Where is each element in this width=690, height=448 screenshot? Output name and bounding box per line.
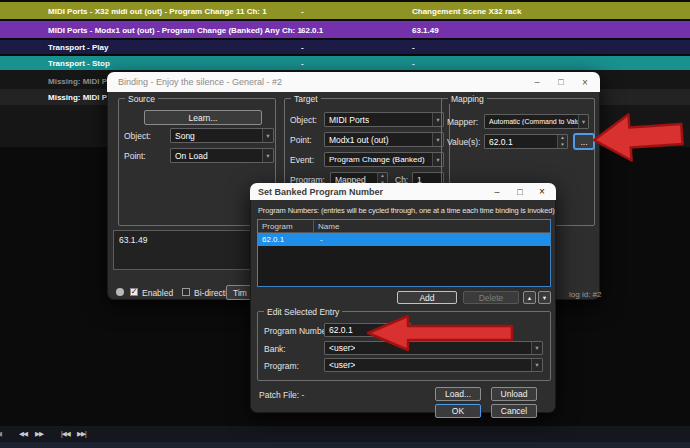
unload-button[interactable]: Unload bbox=[491, 387, 537, 401]
learn-button[interactable]: Learn... bbox=[144, 110, 262, 125]
binding-row-extra: - bbox=[412, 43, 415, 52]
state-radio[interactable] bbox=[116, 288, 124, 296]
load-button[interactable]: Load... bbox=[435, 387, 481, 401]
arrow-shape bbox=[368, 316, 512, 350]
program-number-label: Program Number: bbox=[264, 326, 332, 336]
target-group-label: Target bbox=[291, 94, 321, 104]
cell-program: 62.0.1 bbox=[262, 233, 284, 246]
partial-icon: ◀ bbox=[0, 430, 1, 438]
binding-row-scene-x32[interactable]: MIDI Ports - X32 midi out (out) - Progra… bbox=[0, 2, 690, 19]
skip-to-end-icon[interactable]: ▶▶| bbox=[77, 430, 86, 438]
minimize-icon[interactable]: – bbox=[488, 183, 506, 200]
binding-row-value: - bbox=[301, 59, 304, 68]
notes-text: 63.1.49 bbox=[119, 235, 147, 245]
binding-row-label: MIDI Ports - X32 midi out (out) - Progra… bbox=[48, 6, 267, 15]
status-strip bbox=[0, 442, 690, 448]
values-label: Value(s): bbox=[447, 137, 480, 147]
cell-name: - bbox=[320, 233, 323, 246]
spinner-icon[interactable]: ▲▼ bbox=[557, 135, 567, 148]
ok-button[interactable]: OK bbox=[435, 404, 481, 418]
source-point-value: On Load bbox=[175, 151, 208, 161]
column-header-name[interactable]: Name bbox=[318, 220, 339, 233]
banked-dialog-body: Program Numbers: (entries will be cycled… bbox=[250, 200, 556, 413]
column-divider bbox=[313, 220, 314, 233]
target-event-value: Program Change (Banked) bbox=[329, 155, 425, 164]
source-point-dropdown[interactable]: On Load ▼ bbox=[170, 148, 274, 163]
binding-dialog-titlebar[interactable]: Binding - Enjoy the silence - General - … bbox=[107, 72, 600, 92]
edit-program-label: Program: bbox=[264, 361, 299, 371]
skip-to-start-icon[interactable]: |◀◀ bbox=[61, 430, 70, 438]
chevron-down-icon[interactable]: ▼ bbox=[262, 149, 273, 162]
target-object-value: MIDI Ports bbox=[329, 115, 369, 125]
move-up-button[interactable]: ▲ bbox=[523, 291, 536, 304]
column-header-program[interactable]: Program bbox=[262, 220, 293, 233]
maximize-icon[interactable]: □ bbox=[552, 72, 570, 92]
close-icon[interactable]: × bbox=[533, 183, 551, 200]
binding-row-transport-stop[interactable]: Transport - Stop - - bbox=[0, 56, 690, 70]
bidirectional-checkbox[interactable] bbox=[182, 288, 190, 296]
patch-file-label: Patch File: - bbox=[259, 390, 304, 400]
fast-forward-icon[interactable]: ▶▶ bbox=[35, 430, 43, 438]
close-icon[interactable]: × bbox=[576, 72, 594, 92]
binding-row-label: Transport - Stop bbox=[48, 59, 110, 68]
mapping-group-label: Mapping bbox=[448, 94, 487, 104]
program-number-value: 62.0.1 bbox=[329, 325, 353, 335]
target-event-label: Event: bbox=[290, 155, 314, 165]
annotation-arrow-values bbox=[590, 108, 685, 166]
values-value: 62.0.1 bbox=[489, 137, 513, 147]
enabled-checkbox[interactable]: ✓ bbox=[130, 288, 138, 296]
source-object-value: Song bbox=[175, 131, 195, 141]
target-object-label: Object: bbox=[290, 115, 317, 125]
binding-row-extra: - bbox=[412, 59, 415, 68]
binding-row-modx-banked[interactable]: MIDI Ports - Modx1 out (out) - Program C… bbox=[0, 21, 690, 38]
values-stepper[interactable]: 62.0.1 ▲▼ bbox=[484, 134, 568, 149]
add-button[interactable]: Add bbox=[397, 291, 457, 304]
cancel-button[interactable]: Cancel bbox=[491, 404, 537, 418]
banked-dialog-title: Set Banked Program Number bbox=[258, 187, 383, 197]
chevron-down-icon[interactable]: ▼ bbox=[262, 129, 273, 142]
delete-button[interactable]: Delete bbox=[463, 291, 519, 304]
binding-row-value: 62.0.1 bbox=[301, 25, 323, 34]
target-event-dropdown[interactable]: Program Change (Banked) ▼ bbox=[324, 152, 444, 167]
arrow-shape bbox=[593, 111, 684, 163]
bank-label: Bank: bbox=[264, 344, 286, 354]
app-window: MIDI Ports - X32 midi out (out) - Progra… bbox=[0, 0, 690, 448]
source-group-label: Source bbox=[125, 94, 158, 104]
transport-toolbar: ◀ ◀◀ ▶▶ |◀◀ ▶▶| bbox=[0, 426, 690, 442]
move-down-button[interactable]: ▼ bbox=[538, 291, 551, 304]
program-table[interactable]: Program Name 62.0.1 - bbox=[257, 219, 551, 287]
minimize-icon[interactable]: – bbox=[528, 72, 546, 92]
source-object-dropdown[interactable]: Song ▼ bbox=[170, 128, 274, 143]
chevron-down-icon[interactable]: ▼ bbox=[531, 342, 542, 354]
target-point-value: Modx1 out (out) bbox=[329, 135, 389, 145]
table-row-selected[interactable]: 62.0.1 - bbox=[258, 233, 550, 246]
edit-program-value: <user> bbox=[329, 360, 355, 370]
annotation-arrow-program-number bbox=[366, 314, 514, 352]
binding-row-transport-play[interactable]: Transport - Play - - bbox=[0, 40, 690, 54]
source-point-label: Point: bbox=[124, 151, 146, 161]
mapper-label: Mapper: bbox=[447, 117, 478, 127]
source-object-label: Object: bbox=[124, 131, 151, 141]
binding-row-value: - bbox=[301, 43, 304, 52]
program-numbers-description: Program Numbers: (entries will be cycled… bbox=[258, 206, 555, 215]
bank-value: <user> bbox=[329, 343, 355, 353]
binding-row-extra: Changement Scene X32 rack bbox=[412, 6, 521, 15]
log-id-text: log id: #2 bbox=[569, 290, 601, 299]
chevron-down-icon[interactable]: ▼ bbox=[578, 115, 588, 128]
target-point-dropdown[interactable]: Modx1 out (out) ▼ bbox=[324, 132, 444, 147]
maximize-icon[interactable]: □ bbox=[511, 183, 529, 200]
target-object-dropdown[interactable]: MIDI Ports ▼ bbox=[324, 112, 444, 127]
enabled-label: Enabled bbox=[142, 288, 173, 298]
binding-row-label: Transport - Play bbox=[48, 43, 108, 52]
rewind-icon[interactable]: ◀◀ bbox=[19, 430, 27, 438]
chevron-down-icon[interactable]: ▼ bbox=[531, 359, 542, 371]
binding-row-extra: 63.1.49 bbox=[412, 25, 439, 34]
binding-row-value: - bbox=[301, 6, 304, 15]
edit-program-dropdown[interactable]: <user> ▼ bbox=[324, 358, 543, 372]
mapper-value: Automatic (Command to Value) bbox=[489, 118, 578, 125]
banked-program-dialog: Set Banked Program Number – □ × Program … bbox=[250, 183, 556, 413]
mapper-dropdown[interactable]: Automatic (Command to Value) ▼ bbox=[484, 114, 589, 129]
edit-entry-group-label: Edit Selected Entry bbox=[264, 307, 342, 317]
binding-row-label: MIDI Ports - Modx1 out (out) - Program C… bbox=[48, 25, 302, 34]
banked-dialog-titlebar[interactable]: Set Banked Program Number – □ × bbox=[250, 183, 556, 200]
